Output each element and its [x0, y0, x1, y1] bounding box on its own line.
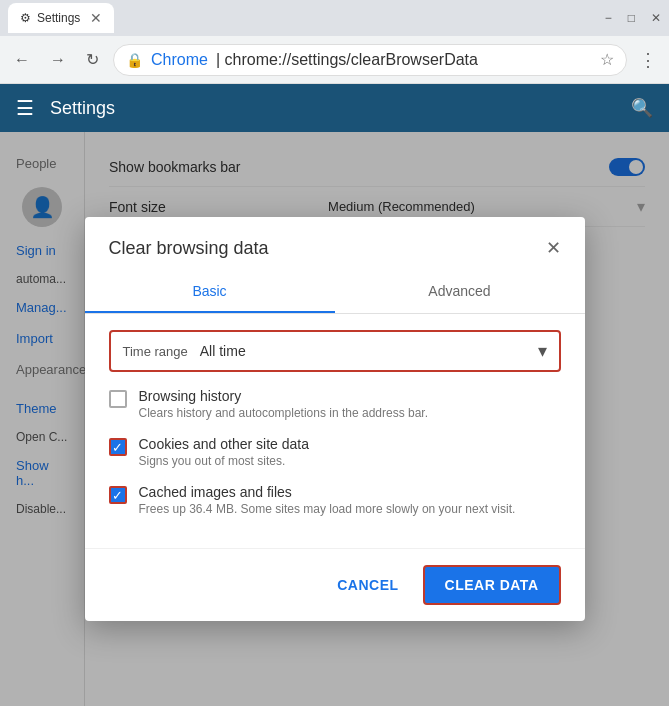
option-cookies: ✓ Cookies and other site data Signs you …: [109, 436, 561, 468]
address-rest: | chrome://settings/clearBrowserData: [216, 51, 478, 69]
tab-label: Settings: [37, 11, 80, 25]
window-minimize-button[interactable]: −: [605, 11, 612, 25]
dialog-body: Time range All time ▾ Browsing history C…: [85, 314, 585, 548]
time-range-value: All time: [200, 343, 538, 359]
dialog-tabs: Basic Advanced: [85, 271, 585, 314]
settings-header: ☰ Settings 🔍: [0, 84, 669, 132]
dialog-footer: CANCEL CLEAR DATA: [85, 548, 585, 621]
settings-header-title: Settings: [50, 98, 115, 119]
address-favicon: 🔒: [126, 52, 143, 68]
address-bar[interactable]: 🔒 Chrome | chrome://settings/clearBrowse…: [113, 44, 627, 76]
tab-favicon: ⚙: [20, 11, 31, 25]
bookmark-star-icon[interactable]: ☆: [600, 50, 614, 69]
cookies-title: Cookies and other site data: [139, 436, 561, 452]
nav-bar: ← → ↻ 🔒 Chrome | chrome://settings/clear…: [0, 36, 669, 84]
dialog-title: Clear browsing data: [109, 238, 269, 259]
clear-data-button[interactable]: CLEAR DATA: [423, 565, 561, 605]
cached-title: Cached images and files: [139, 484, 561, 500]
back-button[interactable]: ←: [8, 47, 36, 73]
window-controls: − □ ✕: [605, 11, 661, 25]
settings-search-icon[interactable]: 🔍: [631, 97, 653, 119]
window-restore-button[interactable]: □: [628, 11, 635, 25]
browser-tab[interactable]: ⚙ Settings ✕: [8, 3, 114, 33]
settings-menu-icon[interactable]: ☰: [16, 96, 34, 120]
tab-close-button[interactable]: ✕: [90, 10, 102, 26]
dialog-close-button[interactable]: ✕: [546, 237, 561, 259]
cancel-button[interactable]: CANCEL: [321, 569, 414, 601]
reload-button[interactable]: ↻: [80, 46, 105, 73]
option-cached: ✓ Cached images and files Frees up 36.4 …: [109, 484, 561, 516]
address-chrome: Chrome: [151, 51, 208, 69]
cached-desc: Frees up 36.4 MB. Some sites may load mo…: [139, 502, 561, 516]
browsing-history-checkbox[interactable]: [109, 390, 127, 408]
window-close-button[interactable]: ✕: [651, 11, 661, 25]
browsing-history-text: Browsing history Clears history and auto…: [139, 388, 561, 420]
content-area: People 👤 Sign in automa... Manag... Impo…: [0, 132, 669, 706]
option-browsing-history: Browsing history Clears history and auto…: [109, 388, 561, 420]
cookies-text: Cookies and other site data Signs you ou…: [139, 436, 561, 468]
browsing-history-title: Browsing history: [139, 388, 561, 404]
cached-checkbox[interactable]: ✓: [109, 486, 127, 504]
cookies-checkbox[interactable]: ✓: [109, 438, 127, 456]
tab-basic[interactable]: Basic: [85, 271, 335, 313]
dialog-overlay: Clear browsing data ✕ Basic Advanced Tim…: [0, 132, 669, 706]
time-range-label: Time range: [123, 344, 188, 359]
browser-menu-button[interactable]: ⋮: [635, 45, 661, 75]
time-range-selector[interactable]: Time range All time ▾: [109, 330, 561, 372]
clear-browsing-data-dialog: Clear browsing data ✕ Basic Advanced Tim…: [85, 217, 585, 621]
cached-text: Cached images and files Frees up 36.4 MB…: [139, 484, 561, 516]
browsing-history-desc: Clears history and autocompletions in th…: [139, 406, 561, 420]
dialog-header: Clear browsing data ✕: [85, 217, 585, 259]
time-range-arrow-icon: ▾: [538, 340, 547, 362]
tab-advanced[interactable]: Advanced: [335, 271, 585, 313]
title-bar: ⚙ Settings ✕ − □ ✕: [0, 0, 669, 36]
forward-button[interactable]: →: [44, 47, 72, 73]
cookies-desc: Signs you out of most sites.: [139, 454, 561, 468]
browser-frame: ⚙ Settings ✕ − □ ✕ ← → ↻ 🔒 Chrome | chro…: [0, 0, 669, 706]
